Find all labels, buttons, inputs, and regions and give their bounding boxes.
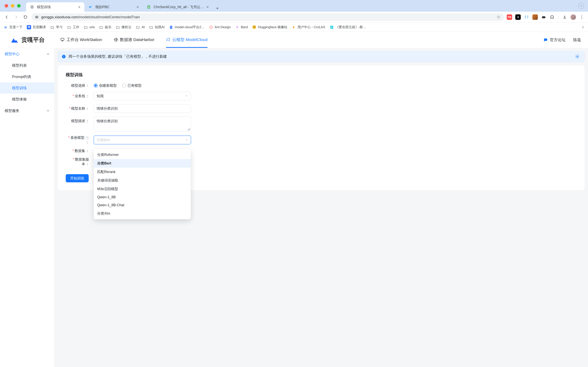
sidebar-section-model-service[interactable]: 模型服务 xyxy=(0,105,54,117)
traffic-lights[interactable] xyxy=(5,4,21,8)
base-model-select[interactable]: 分类Bert xyxy=(94,136,191,144)
window-minimize-dot[interactable] xyxy=(11,4,14,8)
notice-settings-button[interactable] xyxy=(574,53,581,60)
chevron-up-icon xyxy=(46,52,50,56)
bookmark-zhiwo[interactable]: 知我AI xyxy=(149,25,165,29)
row-model-desc: 模型描述： 情绪分类识别 xyxy=(66,117,577,131)
bookmark-music[interactable]: 《爱在西元前》-努… xyxy=(330,25,366,29)
site-settings-icon[interactable] xyxy=(35,15,39,19)
ext-icon-game[interactable] xyxy=(541,14,546,20)
bookmark-modelcloud[interactable]: model-cloud平台2… xyxy=(169,25,205,29)
folder-icon xyxy=(99,25,103,29)
forum-link[interactable]: 官方论坛 xyxy=(543,37,565,42)
bookmark-label: AI xyxy=(142,25,145,29)
option-qwen18b-chat[interactable]: Qwen-1_8B-Chat xyxy=(94,201,191,209)
extensions-button[interactable] xyxy=(549,14,555,20)
bookmark-study[interactable]: 学习 xyxy=(50,25,63,29)
option-m3e[interactable]: M3e召回模型 xyxy=(94,185,191,193)
ext-icon-braces[interactable] xyxy=(524,14,529,20)
bookmark-star-button[interactable]: ☆ xyxy=(497,15,501,20)
sidebar-section-title: 模型服务 xyxy=(5,108,19,113)
sidebar-item-prompt-list[interactable]: Prompt列表 xyxy=(0,71,54,83)
option-xlm[interactable]: 分类Xlm xyxy=(94,209,191,218)
ext-icon-x[interactable]: X xyxy=(515,14,521,20)
nav-dataharbor[interactable]: 数据港 DataHarbor xyxy=(114,32,154,48)
close-icon[interactable]: × xyxy=(207,5,209,9)
sheet-icon xyxy=(147,5,151,9)
nav-modelcloud[interactable]: 云模型 ModelCloud xyxy=(166,32,208,48)
nav-reload-button[interactable] xyxy=(22,14,29,20)
option-label: Qwen-1_8B-Chat xyxy=(97,203,124,207)
business-line-select[interactable]: 知我 xyxy=(94,92,191,100)
row-model-choice: 模型选择： 创建新模型 已有模型 xyxy=(66,83,577,88)
option-label: Qwen-1_8B xyxy=(97,195,116,199)
form-card: 模型训练 模型选择： 创建新模型 已有模型 *业务线： xyxy=(58,65,585,190)
info-icon xyxy=(62,54,66,59)
downloads-button[interactable] xyxy=(562,14,567,20)
option-keyword[interactable]: 关键词语抽取 xyxy=(94,176,191,185)
radio-existing[interactable]: 已有模型 xyxy=(122,83,142,88)
doc-icon xyxy=(169,25,173,29)
window-close-dot[interactable] xyxy=(5,4,8,8)
option-roformer[interactable]: 分类Roformer xyxy=(94,150,191,159)
bookmark-label: 用户中心 - CroLAX xyxy=(297,25,325,29)
nav-workstation[interactable]: 工作台 WorkStation xyxy=(60,32,102,48)
option-rerank[interactable]: 匹配Rerank xyxy=(94,167,191,176)
browser-tab-0[interactable]: 模型训练 × xyxy=(26,2,84,12)
kebab-menu-button[interactable] xyxy=(579,14,585,20)
form-title: 模型训练 xyxy=(66,72,577,78)
browser-tab-2[interactable]: ChnSentiCorp_htl_all - 飞书云… × xyxy=(143,2,213,12)
bookmark-ai[interactable]: AI xyxy=(136,25,145,29)
svg-rect-3 xyxy=(35,16,37,17)
sidebar-item-model-experience[interactable]: 模型体验 xyxy=(0,94,54,105)
username[interactable]: 陈毫 xyxy=(573,37,581,42)
ext-icon-pic[interactable] xyxy=(532,14,538,20)
tab-overflow-button[interactable] xyxy=(578,3,584,9)
bookmark-baidu-translate[interactable]: 译 百度翻译 xyxy=(27,25,46,29)
sidebar-item-model-list[interactable]: 模型列表 xyxy=(0,60,54,71)
globe-icon xyxy=(30,5,34,9)
start-training-button[interactable]: 开始训练 xyxy=(66,174,89,182)
address-url: gongga.xiaoduoai.com/modelcloud/modelCen… xyxy=(41,15,494,19)
browser-tab-1[interactable]: 我的PBC × xyxy=(84,2,143,12)
button-label: 开始训练 xyxy=(70,176,84,181)
option-qwen18b[interactable]: Qwen-1_8B xyxy=(94,193,191,201)
folder-icon xyxy=(136,25,140,29)
nav-back-button[interactable] xyxy=(3,14,10,20)
bookmark-urls[interactable]: urls xyxy=(84,25,95,29)
bookmark-hf[interactable]: 🤗Huggingface 镜像站 xyxy=(252,25,287,29)
notice-banner: 同一个业务场景的模型, 建议训练「已有模型」，不进行新建 xyxy=(58,51,585,62)
bookmark-bard[interactable]: Bard xyxy=(235,25,248,29)
ext-icon-red[interactable]: FB xyxy=(507,14,512,20)
bookmark-azure[interactable]: 微软云 xyxy=(116,25,131,29)
bookmark-antd[interactable]: Ant Design xyxy=(209,25,231,29)
bookmark-label: 知我AI xyxy=(155,25,165,29)
model-desc-textarea[interactable]: 情绪分类识别 xyxy=(94,117,191,131)
bookmark-baidu[interactable]: 百度一下 xyxy=(3,25,23,29)
svg-point-13 xyxy=(5,26,5,27)
close-icon[interactable]: × xyxy=(78,5,81,9)
sidebar-section-model-center[interactable]: 模型中心 xyxy=(0,48,54,60)
bookmark-entertain[interactable]: 娱乐 xyxy=(99,25,111,29)
nav-forward-button[interactable] xyxy=(13,14,19,20)
bookmark-crolax[interactable]: 用户中心 - CroLAX xyxy=(292,25,325,29)
window-zoom-dot[interactable] xyxy=(17,4,21,8)
svg-rect-20 xyxy=(170,27,172,27)
close-icon[interactable]: × xyxy=(136,5,139,9)
brand-logo[interactable]: 贡嘎平台 xyxy=(11,36,45,44)
sidebar-item-model-train[interactable]: 模型训练 xyxy=(0,83,54,94)
new-tab-button[interactable]: ＋ xyxy=(214,5,221,12)
music-icon xyxy=(330,25,334,29)
model-name-input[interactable]: 情绪分类识别 xyxy=(94,104,191,113)
browser-tab-label: 我的PBC xyxy=(95,5,109,9)
bookmarks-overflow[interactable] xyxy=(581,25,585,29)
help-icon[interactable]: ? xyxy=(85,136,89,140)
option-bert[interactable]: 分类Bert xyxy=(94,159,191,167)
forum-label: 官方论坛 xyxy=(550,37,565,42)
radio-create-new[interactable]: 创建新模型 xyxy=(94,83,117,88)
ant-icon xyxy=(209,25,213,29)
address-bar[interactable]: gongga.xiaoduoai.com/modelcloud/modelCen… xyxy=(32,13,504,21)
sidebar-item-label: 模型训练 xyxy=(12,85,27,91)
profile-avatar[interactable] xyxy=(571,14,576,20)
bookmark-work[interactable]: 工作 xyxy=(67,25,79,29)
